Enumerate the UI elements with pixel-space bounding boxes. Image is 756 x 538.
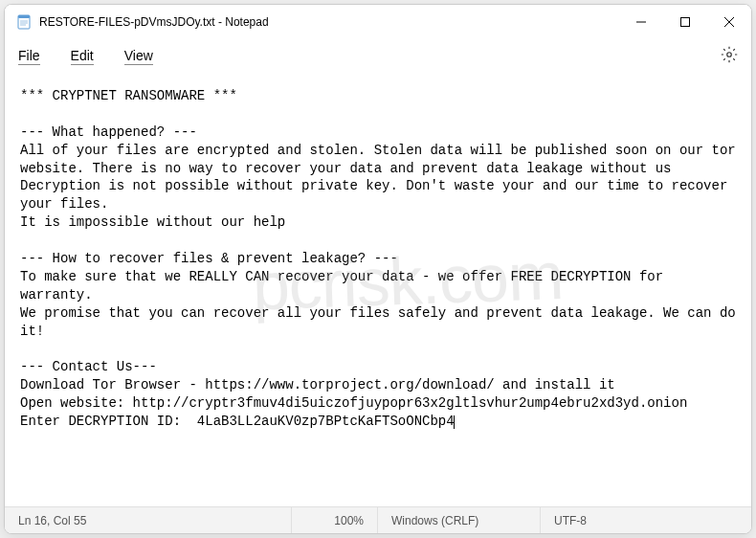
status-encoding: UTF-8 [541, 507, 600, 533]
maximize-icon [680, 17, 690, 27]
titlebar: RESTORE-FILES-pDVmsJDOy.txt - Notepad [5, 5, 751, 39]
status-lineending: Windows (CRLF) [378, 507, 541, 533]
svg-point-9 [727, 53, 732, 57]
close-icon [724, 17, 734, 27]
menu-edit[interactable]: Edit [71, 48, 94, 65]
gear-icon [721, 46, 738, 63]
window-title: RESTORE-FILES-pDVmsJDOy.txt - Notepad [39, 15, 619, 29]
menubar: File Edit View [5, 39, 751, 74]
svg-rect-6 [681, 18, 690, 27]
svg-rect-1 [18, 15, 30, 18]
status-position: Ln 16, Col 55 [5, 507, 292, 533]
minimize-icon [636, 17, 646, 27]
notepad-window: RESTORE-FILES-pDVmsJDOy.txt - Notepad Fi… [4, 4, 752, 534]
minimize-button[interactable] [619, 5, 663, 39]
text-caret [454, 415, 455, 429]
settings-button[interactable] [721, 46, 738, 67]
notepad-icon [16, 14, 32, 30]
statusbar: Ln 16, Col 55 100% Windows (CRLF) UTF-8 [5, 506, 751, 533]
maximize-button[interactable] [663, 5, 707, 39]
status-zoom: 100% [292, 507, 378, 533]
document-text: *** CRYPTNET RANSOMWARE *** --- What hap… [20, 88, 744, 429]
close-button[interactable] [707, 5, 751, 39]
text-editor-area[interactable]: *** CRYPTNET RANSOMWARE *** --- What hap… [5, 74, 751, 506]
menu-file[interactable]: File [18, 48, 40, 65]
menu-view[interactable]: View [124, 48, 153, 65]
window-controls [619, 5, 751, 39]
